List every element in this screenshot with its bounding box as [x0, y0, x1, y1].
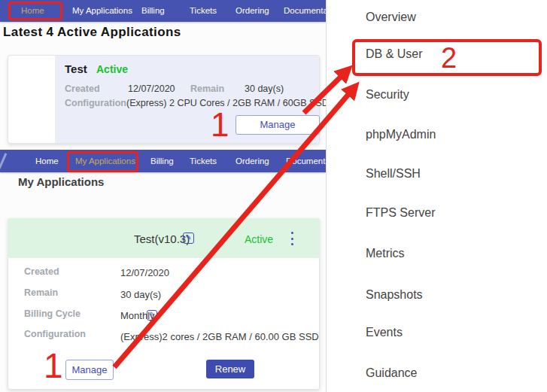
configuration-label: Configuration — [24, 329, 86, 339]
left-screenshots-region: Home My Applications Billing Tickets Ord… — [0, 0, 326, 392]
configuration-label: Configuration — [65, 98, 126, 108]
billing-cycle-label: Billing Cycle — [24, 308, 81, 319]
nav-home[interactable]: Home — [35, 150, 59, 172]
nav-ordering[interactable]: Ordering — [236, 150, 269, 172]
red-highlight-box-home — [8, 2, 62, 20]
nav-ordering[interactable]: Ordering — [236, 0, 269, 22]
created-label: Created — [65, 84, 100, 94]
red-highlight-box-my-applications — [67, 151, 138, 172]
step-1-marker: 1 — [211, 108, 229, 141]
step-2-marker: 2 — [441, 44, 457, 72]
manage-button[interactable]: Manage — [65, 360, 114, 380]
nav-my-applications[interactable]: My Applications — [72, 0, 132, 22]
remain-value: 30 day(s) — [245, 84, 284, 94]
remain-label: Remain — [24, 287, 58, 298]
nav-billing[interactable]: Billing — [141, 0, 165, 22]
menu-item-security[interactable]: Security — [366, 88, 409, 102]
billing-cycle-edit-icon[interactable]: ✎ — [147, 310, 157, 321]
renew-button[interactable]: Renew — [206, 360, 254, 378]
nav-documentation[interactable]: Documenta — [286, 150, 326, 172]
nav-billing[interactable]: Billing — [150, 150, 174, 172]
step-1-marker: 1 — [44, 348, 63, 383]
app-name-version: Test(v10.3) — [134, 232, 190, 245]
status-badge: Active — [96, 63, 128, 75]
configuration-value: (Express)2 cores / 2GB RAM / 60.00 GB SS… — [120, 331, 319, 342]
created-value: 12/07/2020 — [128, 84, 175, 94]
more-options-icon[interactable] — [288, 232, 296, 245]
manage-button[interactable]: Manage — [236, 115, 320, 135]
menu-item-guidance[interactable]: Guidance — [366, 366, 418, 380]
menu-item-metrics[interactable]: Metrics — [366, 247, 405, 260]
menu-item-events[interactable]: Events — [366, 326, 403, 339]
top-navbar-my-applications-screen: Home My Applications Billing Tickets Ord… — [0, 150, 326, 172]
nav-documentation[interactable]: Documenta — [284, 0, 326, 22]
menu-item-ftps-server[interactable]: FTPS Server — [366, 206, 435, 220]
menu-item-snapshots[interactable]: Snapshots — [366, 288, 423, 302]
created-value: 12/07/2020 — [120, 267, 169, 278]
menu-item-overview[interactable]: Overview — [366, 11, 416, 24]
menu-item-phpmyadmin[interactable]: phpMyAdmin — [366, 128, 436, 141]
menu-item-shell-ssh[interactable]: Shell/SSH — [366, 167, 421, 181]
nav-tickets[interactable]: Tickets — [190, 0, 217, 22]
status-badge: Active — [245, 233, 273, 245]
tutorial-screenshot: Home My Applications Billing Tickets Ord… — [0, 0, 547, 392]
created-label: Created — [24, 266, 59, 277]
rename-edit-icon[interactable]: ✎ — [183, 232, 194, 244]
app-name: Test — [65, 62, 87, 75]
remain-label: Remain — [190, 84, 224, 94]
page-title-latest-applications: Latest 4 Active Applications — [3, 25, 181, 40]
page-title-my-applications: My Applications — [18, 175, 104, 188]
nav-tickets[interactable]: Tickets — [190, 150, 217, 172]
remain-value: 30 day(s) — [120, 289, 161, 300]
